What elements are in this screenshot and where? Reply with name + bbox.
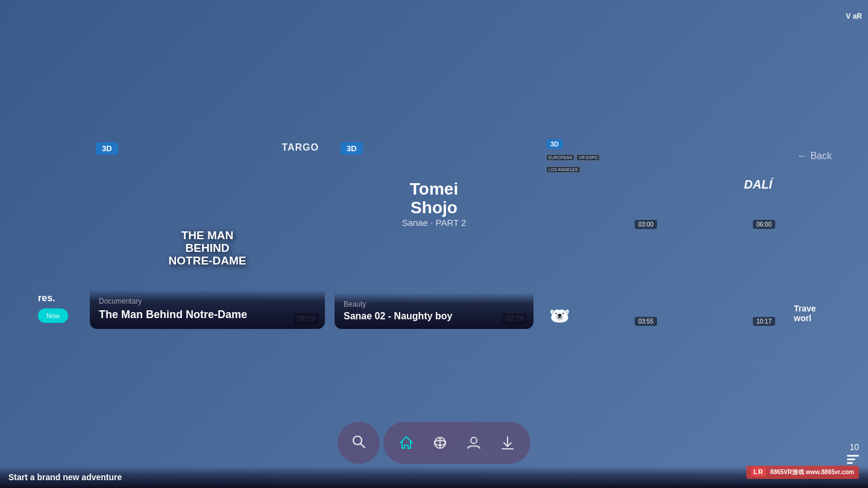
nav-bar: [383, 422, 530, 464]
adventure-duration-1: 03:00: [635, 220, 657, 229]
badge-targo: TARGO: [281, 142, 319, 153]
polar-bear-icon: 🐻‍❄️: [549, 306, 570, 326]
badge-3d-adventure: 3D: [546, 139, 563, 149]
adventure-duration-4: 10:17: [753, 317, 775, 326]
sanae-info: Beauty Sanae 02 - Naughty boy: [335, 293, 533, 329]
back-arrow-icon: ←: [797, 151, 807, 161]
sanae-title: Tomei Shojo: [385, 180, 484, 217]
back-label: Back: [810, 151, 832, 161]
svg-line-24: [361, 444, 365, 448]
download-button[interactable]: [500, 435, 515, 451]
notre-dame-overlay-text: THE MANBEHINDNOTRE-DAME: [169, 230, 247, 267]
award-vr-expo: VR EXPO: [576, 154, 600, 161]
sanae-title-main: Sanae 02 - Naughty boy: [344, 311, 524, 322]
home-button[interactable]: [398, 435, 414, 451]
search-button[interactable]: [338, 422, 380, 464]
bottom-navigation: [338, 422, 530, 464]
cards-section: res. Now: [0, 136, 868, 329]
sanae-overlay-text: Tomei Shojo Sanae · PART 2: [385, 180, 484, 228]
notre-dame-info: Documentary The Man Behind Notre-Dame: [90, 290, 325, 329]
profile-button[interactable]: [466, 435, 482, 451]
sanae-part-label: Sanae · PART 2: [385, 217, 484, 227]
right-card-text-2: worl: [794, 313, 830, 323]
adventure-duration-2: 06:00: [753, 220, 775, 229]
award-european: EUROPEAN: [546, 154, 574, 161]
watch-now-button[interactable]: Now: [38, 308, 68, 323]
main-content: Top Paid Films: [0, 0, 868, 488]
notre-dame-category: Documentary: [99, 297, 316, 305]
awards-row-2: LOS ANGELES: [546, 166, 657, 173]
svg-point-28: [471, 437, 477, 443]
back-button[interactable]: ← Back: [797, 151, 832, 161]
awards-row: EUROPEAN VR EXPO: [546, 154, 657, 161]
dali-text: DALÍ: [744, 177, 772, 191]
explore-button[interactable]: [432, 435, 448, 451]
sanae-category: Beauty: [344, 300, 524, 308]
search-icon: [351, 434, 366, 452]
award-la: LOS ANGELES: [546, 166, 580, 173]
badge-3d-notre-dame: 3D: [96, 142, 118, 155]
adventure-duration-3: 03:55: [635, 317, 657, 326]
right-card-text-1: Trave: [794, 304, 830, 313]
notre-dame-title: The Man Behind Notre-Dame: [99, 308, 316, 322]
card-partial-right[interactable]: V aR Trave worl: [788, 136, 836, 329]
left-card-text: res.: [38, 292, 74, 304]
badge-3d-sanae: 3D: [341, 142, 363, 155]
watermark: LR 8865VR游戏 www.8865vr.com: [746, 466, 859, 479]
